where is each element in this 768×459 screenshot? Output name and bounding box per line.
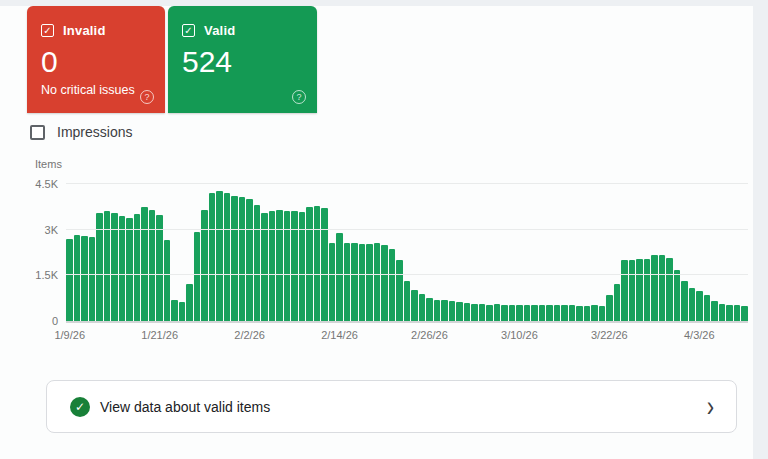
bar[interactable] bbox=[449, 301, 456, 321]
bar[interactable] bbox=[479, 304, 486, 321]
bar[interactable] bbox=[554, 305, 561, 321]
bar[interactable] bbox=[734, 305, 741, 321]
chevron-right-icon[interactable]: › bbox=[707, 392, 714, 421]
bar[interactable] bbox=[456, 302, 463, 321]
bar[interactable] bbox=[719, 304, 726, 321]
bar[interactable] bbox=[74, 235, 81, 321]
bar[interactable] bbox=[359, 244, 366, 321]
bar[interactable] bbox=[306, 207, 313, 321]
bar[interactable] bbox=[396, 260, 403, 321]
bar[interactable] bbox=[576, 306, 583, 321]
bar[interactable] bbox=[329, 243, 336, 321]
bar[interactable] bbox=[201, 210, 208, 321]
bar[interactable] bbox=[741, 306, 748, 321]
bar[interactable] bbox=[531, 305, 538, 321]
bar[interactable] bbox=[164, 240, 171, 321]
bar[interactable] bbox=[501, 305, 508, 321]
bar[interactable] bbox=[141, 207, 148, 321]
bar[interactable] bbox=[681, 281, 688, 321]
impressions-toggle-row[interactable]: Impressions bbox=[30, 124, 132, 140]
bar[interactable] bbox=[689, 288, 696, 321]
bar[interactable] bbox=[441, 300, 448, 321]
bar[interactable] bbox=[419, 294, 426, 321]
bar[interactable] bbox=[216, 191, 223, 321]
invalid-card-header[interactable]: ✓ Invalid bbox=[41, 23, 153, 38]
bar[interactable] bbox=[209, 193, 216, 321]
bar[interactable] bbox=[494, 304, 501, 321]
help-icon[interactable]: ? bbox=[140, 90, 154, 104]
bar[interactable] bbox=[276, 210, 283, 321]
bar[interactable] bbox=[546, 305, 553, 321]
bar[interactable] bbox=[516, 305, 523, 321]
bar[interactable] bbox=[659, 255, 666, 321]
bar[interactable] bbox=[194, 232, 201, 321]
bar[interactable] bbox=[464, 303, 471, 321]
bar[interactable] bbox=[569, 305, 576, 321]
bar[interactable] bbox=[374, 243, 381, 321]
bar[interactable] bbox=[524, 305, 531, 321]
x-tick-label: 3/10/26 bbox=[501, 329, 538, 341]
bar[interactable] bbox=[404, 281, 411, 321]
bar[interactable] bbox=[614, 284, 621, 321]
bar[interactable] bbox=[621, 260, 628, 321]
invalid-checkbox-icon[interactable]: ✓ bbox=[41, 24, 54, 37]
bar[interactable] bbox=[336, 233, 343, 321]
bar[interactable] bbox=[696, 291, 703, 321]
help-icon[interactable]: ? bbox=[292, 90, 306, 104]
bar[interactable] bbox=[539, 305, 546, 321]
bar[interactable] bbox=[674, 270, 681, 321]
bar[interactable] bbox=[486, 305, 493, 321]
bar[interactable] bbox=[269, 211, 276, 321]
bar[interactable] bbox=[584, 306, 591, 321]
bar[interactable] bbox=[89, 237, 96, 321]
bar[interactable] bbox=[389, 249, 396, 321]
valid-card[interactable]: ✓ Valid 524 ? bbox=[168, 6, 317, 113]
view-valid-items-link[interactable]: ✓ View data about valid items › bbox=[46, 380, 737, 433]
bar[interactable] bbox=[284, 211, 291, 321]
bar[interactable] bbox=[171, 300, 178, 321]
bar[interactable] bbox=[179, 302, 186, 321]
bar[interactable] bbox=[231, 196, 238, 321]
bar[interactable] bbox=[351, 243, 358, 321]
bar[interactable] bbox=[66, 239, 73, 321]
bar[interactable] bbox=[104, 211, 111, 321]
bar[interactable] bbox=[381, 245, 388, 321]
bar[interactable] bbox=[254, 205, 261, 321]
bar[interactable] bbox=[644, 259, 651, 321]
impressions-checkbox[interactable] bbox=[30, 125, 45, 140]
bar[interactable] bbox=[606, 295, 613, 321]
bar[interactable] bbox=[591, 305, 598, 321]
bar[interactable] bbox=[134, 214, 141, 321]
bar[interactable] bbox=[599, 306, 606, 321]
valid-count: 524 bbox=[182, 45, 305, 78]
valid-card-header[interactable]: ✓ Valid bbox=[182, 23, 305, 38]
bar[interactable] bbox=[704, 295, 711, 321]
valid-checkbox-icon[interactable]: ✓ bbox=[182, 24, 195, 37]
invalid-card[interactable]: ✓ Invalid 0 No critical issues ? bbox=[27, 6, 165, 113]
bar[interactable] bbox=[426, 298, 433, 321]
bar[interactable] bbox=[471, 304, 478, 321]
bar[interactable] bbox=[224, 193, 231, 321]
bar[interactable] bbox=[119, 216, 126, 321]
bar[interactable] bbox=[149, 210, 156, 321]
bar[interactable] bbox=[156, 215, 163, 321]
bar[interactable] bbox=[81, 236, 88, 321]
bar[interactable] bbox=[711, 301, 718, 321]
bar[interactable] bbox=[651, 255, 658, 321]
bar[interactable] bbox=[126, 218, 133, 322]
bar[interactable] bbox=[366, 244, 373, 321]
bar[interactable] bbox=[246, 199, 253, 321]
bar[interactable] bbox=[629, 260, 636, 321]
bar[interactable] bbox=[561, 305, 568, 321]
bar[interactable] bbox=[321, 208, 328, 321]
bar[interactable] bbox=[239, 197, 246, 321]
bar[interactable] bbox=[509, 305, 516, 321]
bar[interactable] bbox=[314, 206, 321, 321]
bar[interactable] bbox=[636, 259, 643, 321]
bar[interactable] bbox=[411, 290, 418, 321]
bar[interactable] bbox=[726, 305, 733, 321]
bar[interactable] bbox=[186, 284, 193, 321]
bar[interactable] bbox=[434, 300, 441, 321]
bar[interactable] bbox=[666, 258, 673, 321]
bar[interactable] bbox=[344, 243, 351, 321]
